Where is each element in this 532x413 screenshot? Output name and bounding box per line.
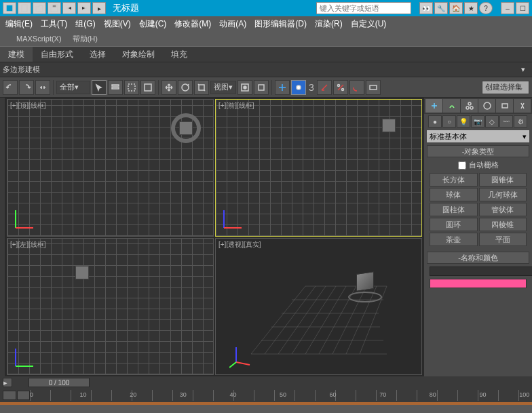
viewcube-top[interactable] — [171, 113, 201, 143]
ribbon-expand[interactable]: ▾ — [517, 65, 529, 74]
menu-animation[interactable]: 动画(A) — [219, 18, 246, 30]
menu-tools[interactable]: 工具(T) — [41, 18, 67, 30]
viewport-left[interactable]: [+][左][线框] — [7, 238, 214, 376]
subtab-geometry[interactable]: ● — [428, 115, 442, 127]
tab-motion[interactable] — [478, 99, 495, 113]
subtab-cameras[interactable]: 📷 — [471, 115, 484, 127]
rollout-header-objtype[interactable]: - 对象类型 — [427, 145, 529, 157]
tool-percent-snap[interactable] — [333, 80, 348, 95]
menu-help[interactable]: 帮助(H) — [73, 34, 98, 44]
viewport-perspective[interactable]: [+][透视][真实] — [215, 238, 422, 376]
redo-button[interactable] — [77, 2, 91, 14]
ref-coord-system[interactable]: 视图▾ — [210, 81, 236, 94]
tool-snap[interactable] — [291, 80, 306, 95]
undo-button[interactable] — [62, 2, 76, 14]
btn-plane[interactable]: 平面 — [479, 233, 527, 246]
tool-rotate[interactable] — [178, 80, 193, 95]
minimize-button[interactable]: – — [501, 2, 514, 14]
menu-rendering[interactable]: 渲染(R) — [315, 18, 343, 30]
tool-select[interactable] — [92, 80, 107, 95]
tool-move[interactable] — [162, 80, 176, 95]
autogrid-checkbox[interactable] — [458, 161, 466, 170]
btn-teapot[interactable]: 茶壶 — [430, 233, 478, 246]
menu-edit[interactable]: 编辑(E) — [5, 18, 33, 30]
ribbon-tab-modeling[interactable]: 建模 — [0, 47, 33, 62]
btn-box[interactable]: 长方体 — [430, 173, 478, 186]
infocenter-3[interactable]: 🏠 — [449, 2, 463, 14]
btn-geosphere[interactable]: 几何球体 — [479, 188, 527, 201]
app-menu-button[interactable] — [3, 2, 16, 14]
ribbon-tab-populate[interactable]: 填充 — [163, 47, 195, 62]
infocenter-4[interactable]: ★ — [464, 2, 478, 14]
btn-sphere[interactable]: 球体 — [430, 188, 478, 201]
selection-filter[interactable]: 全部▾ — [56, 81, 90, 94]
ribbon-tab-selection[interactable]: 选择 — [81, 47, 114, 62]
tool-manipulate[interactable] — [254, 80, 269, 95]
infocenter-1[interactable]: 👀 — [419, 2, 433, 14]
infocenter-2[interactable]: 🔧 — [434, 2, 448, 14]
ribbon-tab-freeform[interactable]: 自由形式 — [33, 47, 81, 62]
save-button[interactable] — [48, 2, 61, 14]
viewport-front[interactable]: [+][前][线框] — [215, 99, 422, 237]
btn-cylinder[interactable]: 圆柱体 — [430, 203, 478, 216]
project-button[interactable]: ▸ — [92, 2, 106, 14]
btn-torus[interactable]: 圆环 — [430, 218, 478, 231]
btn-tube[interactable]: 管状体 — [479, 203, 527, 216]
subtab-systems[interactable]: ⚙ — [514, 115, 527, 127]
tool-spinner-snap[interactable] — [349, 80, 364, 95]
time-slider[interactable]: 0 / 100 — [28, 378, 90, 387]
scene-object-box[interactable] — [356, 271, 374, 292]
autogrid-check[interactable]: 自动栅格 — [427, 157, 529, 173]
btn-cone[interactable]: 圆锥体 — [479, 173, 527, 186]
viewcube-left[interactable] — [75, 266, 89, 279]
open-button[interactable] — [33, 2, 46, 14]
menu-views[interactable]: 视图(V) — [104, 18, 131, 30]
tool-link[interactable] — [35, 80, 50, 95]
viewport-label-top[interactable]: [+][顶][线框] — [10, 101, 46, 111]
tool-scale[interactable] — [194, 80, 209, 95]
tool-redo[interactable] — [19, 80, 34, 95]
tool-edit-named[interactable] — [366, 80, 381, 95]
viewport-label-front[interactable]: [+][前][线框] — [218, 101, 254, 111]
tab-hierarchy[interactable] — [461, 99, 478, 113]
maximize-button[interactable]: ☐ — [516, 2, 529, 14]
subtab-lights[interactable]: 💡 — [457, 115, 470, 127]
menu-maxscript[interactable]: MAXScript(X) — [16, 35, 62, 43]
viewcube-front[interactable] — [382, 119, 396, 132]
tab-utilities[interactable] — [514, 99, 531, 113]
trackbar-btn-2[interactable] — [17, 391, 31, 400]
tab-create[interactable] — [425, 99, 442, 113]
tool-select-region[interactable] — [124, 80, 139, 95]
tool-undo[interactable] — [3, 80, 18, 95]
rollout-header-namecolor[interactable]: - 名称和颜色 — [427, 252, 529, 264]
tool-angle-snap[interactable] — [317, 80, 332, 95]
tool-pivot[interactable] — [238, 80, 252, 95]
timeline-toggle[interactable]: ▸ — [3, 378, 12, 387]
trackbar-btn-1[interactable] — [3, 391, 16, 400]
object-name-input[interactable] — [430, 267, 532, 276]
btn-pyramid[interactable]: 四棱锥 — [479, 218, 527, 231]
help-button[interactable]: ? — [479, 2, 493, 14]
viewport-top[interactable]: [+][顶][线框] — [7, 99, 214, 237]
menu-create[interactable]: 创建(C) — [139, 18, 167, 30]
ribbon-tab-objectpaint[interactable]: 对象绘制 — [114, 47, 163, 62]
tool-window-crossing[interactable] — [140, 80, 155, 95]
subtab-shapes[interactable]: ○ — [442, 115, 456, 127]
menu-grapheditors[interactable]: 图形编辑器(D) — [254, 18, 307, 30]
object-color-swatch[interactable] — [430, 279, 527, 288]
primitive-category[interactable]: 标准基本体▾ — [427, 130, 529, 142]
new-button[interactable] — [18, 2, 31, 14]
tab-modify[interactable] — [443, 99, 460, 113]
subtab-helpers[interactable]: ◇ — [485, 115, 499, 127]
trackbar[interactable]: 0 10 20 30 40 50 60 70 80 90 100 — [0, 389, 532, 402]
viewport-label-persp[interactable]: [+][透视][真实] — [218, 240, 261, 250]
menu-group[interactable]: 组(G) — [75, 18, 95, 30]
timeline-ticks[interactable]: 0 10 20 30 40 50 60 70 80 90 100 — [30, 390, 529, 401]
menu-customize[interactable]: 自定义(U) — [351, 18, 387, 30]
tool-keyboard-shortcut[interactable] — [275, 80, 290, 95]
menu-modifiers[interactable]: 修改器(M) — [174, 18, 211, 30]
tab-display[interactable] — [496, 99, 513, 113]
named-selection-sets[interactable]: 创建选择集 — [482, 81, 529, 94]
search-input[interactable] — [316, 2, 411, 14]
subtab-spacewarps[interactable]: 〰 — [499, 115, 513, 127]
